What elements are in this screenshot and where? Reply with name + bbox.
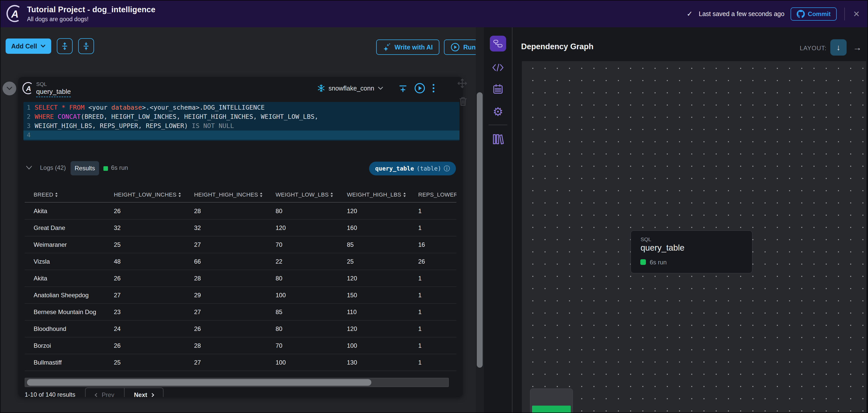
app-logo-icon[interactable]: A xyxy=(6,4,23,24)
code-line-2[interactable]: 2WHERE CONCAT(BREED, HEIGHT_LOW_INCHES, … xyxy=(24,112,460,121)
svg-text:A: A xyxy=(11,8,19,20)
column-header-reps_lower[interactable]: REPS_LOWER xyxy=(409,187,457,202)
tab-results[interactable]: Results xyxy=(70,161,99,175)
table-cell: 27 xyxy=(185,236,267,253)
notebook-scrollbar[interactable] xyxy=(476,27,484,413)
table-cell: 1 xyxy=(409,219,457,236)
github-icon xyxy=(797,10,805,18)
table-cell: 100 xyxy=(267,287,338,303)
write-with-ai-button[interactable]: Write with AI xyxy=(376,39,439,55)
tool-scheduled-runs[interactable] xyxy=(484,83,512,95)
column-header-weight_low_lbs[interactable]: WEIGHT_LOW_LBS xyxy=(267,187,338,202)
table-cell: 27 xyxy=(185,354,267,371)
table-cell: 70 xyxy=(267,236,338,253)
connection-selector[interactable]: snowflake_conn xyxy=(317,83,383,94)
cell-title[interactable]: query_table xyxy=(36,88,71,97)
connection-name: snowflake_conn xyxy=(329,85,374,92)
table-row[interactable]: Borzoi2628701001 xyxy=(25,337,457,354)
code-line-4[interactable]: 4 xyxy=(24,130,460,140)
table-row[interactable]: Weimaraner2527708516 xyxy=(25,236,457,253)
expand-all-cells-button[interactable] xyxy=(57,38,72,54)
graph-node-query-table[interactable]: SQL query_table 6s run xyxy=(631,231,752,273)
dependency-graph-panel: Dependency Graph LAYOUT: ↓ → SQL query_t… xyxy=(512,27,868,413)
table-row[interactable]: Vizsla4866222526 xyxy=(25,253,457,270)
move-cell-handle[interactable] xyxy=(457,78,468,90)
table-cell: 100 xyxy=(338,337,409,354)
info-icon[interactable]: ⓘ xyxy=(444,165,450,173)
tool-dependency-graph[interactable] xyxy=(490,36,506,52)
tool-settings[interactable]: ⚙ xyxy=(484,106,512,118)
scrollbar-thumb[interactable] xyxy=(477,92,483,367)
graph-minimap[interactable] xyxy=(530,388,573,413)
table-cell: 120 xyxy=(338,270,409,287)
prev-page-button[interactable]: Prev xyxy=(86,388,125,397)
calendar-icon xyxy=(492,83,503,95)
table-row[interactable]: Bullmastiff25271001301 xyxy=(25,354,457,371)
table-cell: 1 xyxy=(409,321,457,337)
project-title: Tutorial Project - dog_intelligence xyxy=(27,5,155,14)
table-cell: 26 xyxy=(105,270,185,287)
scrollbar-thumb[interactable] xyxy=(27,379,371,386)
commit-button[interactable]: Commit xyxy=(790,7,837,21)
column-header-breed[interactable]: BREED xyxy=(25,187,105,202)
table-cell: 120 xyxy=(338,203,409,219)
code-line-3[interactable]: 3WEIGHT_HIGH_LBS, REPS_UPPER, REPS_LOWER… xyxy=(24,121,460,130)
table-cell: 85 xyxy=(338,236,409,253)
next-page-button[interactable]: Next xyxy=(125,388,163,397)
kebab-menu-icon[interactable] xyxy=(432,83,435,93)
saved-check-icon: ✓ xyxy=(687,10,692,18)
cell-logo-icon: A xyxy=(22,82,34,96)
node-title: query_table xyxy=(641,243,684,253)
add-cell-button[interactable]: Add Cell xyxy=(6,38,51,54)
tool-code-view[interactable] xyxy=(484,62,512,73)
collapse-all-cells-button[interactable] xyxy=(78,38,94,54)
table-row[interactable]: Akita2628801201 xyxy=(25,203,457,219)
table-cell: Vizsla xyxy=(25,253,105,270)
results-collapse-chevron[interactable] xyxy=(26,166,33,171)
code-line-1[interactable]: 1SELECT * FROM <your database>.<your_sch… xyxy=(24,103,460,112)
table-cell: 23 xyxy=(105,304,185,320)
side-panel-rail: ⚙ xyxy=(484,27,512,413)
close-icon[interactable]: ✕ xyxy=(851,9,862,19)
table-row[interactable]: Anatolian Sheepdog27291001501 xyxy=(25,287,457,304)
output-variable-name: query_table xyxy=(375,165,414,172)
table-cell: 27 xyxy=(185,304,267,320)
layout-vertical-button[interactable]: ↓ xyxy=(830,39,847,56)
table-cell: 32 xyxy=(105,219,185,236)
run-cell-icon[interactable] xyxy=(414,83,425,94)
table-cell: 26 xyxy=(105,337,185,354)
tool-library[interactable] xyxy=(484,133,512,145)
notebook-toolbar-left: Add Cell xyxy=(6,38,94,54)
table-horizontal-scrollbar[interactable] xyxy=(25,378,449,387)
table-row[interactable]: Akita2628801201 xyxy=(25,270,457,287)
table-cell: 130 xyxy=(338,354,409,371)
table-cell: 100 xyxy=(267,354,338,371)
cell-collapse-button[interactable] xyxy=(3,82,16,95)
add-filter-icon[interactable] xyxy=(398,84,407,93)
table-cell: Anatolian Sheepdog xyxy=(25,287,105,303)
delete-cell-button[interactable] xyxy=(458,96,468,108)
line-number: 3 xyxy=(25,121,31,130)
table-row[interactable]: Bernese Mountain Dog2327851101 xyxy=(25,304,457,321)
table-cell: 80 xyxy=(267,203,338,219)
tab-logs[interactable]: Logs (42) xyxy=(40,164,66,171)
project-subtitle: All dogs are good dogs! xyxy=(27,16,155,23)
line-number: 4 xyxy=(25,130,31,140)
table-row[interactable]: Bloodhound2426801201 xyxy=(25,321,457,337)
column-header-height_high_inches[interactable]: HEIGHT_HIGH_INCHES xyxy=(185,187,267,202)
notebook-toolbar-right: Write with AI Run xyxy=(376,39,483,55)
output-variable-type: (table) xyxy=(416,165,441,172)
sql-code-editor[interactable]: 1SELECT * FROM <your database>.<your_sch… xyxy=(24,102,460,141)
output-variable-badge[interactable]: query_table (table) ⓘ xyxy=(369,161,456,175)
layout-horizontal-button[interactable]: → xyxy=(851,41,864,54)
table-cell: Bernese Mountain Dog xyxy=(25,304,105,320)
column-header-weight_high_lbs[interactable]: WEIGHT_HIGH_LBS xyxy=(338,187,409,202)
column-header-height_low_inches[interactable]: HEIGHT_LOW_INCHES xyxy=(105,187,185,202)
trash-icon xyxy=(458,96,468,107)
table-cell: 27 xyxy=(105,287,185,303)
table-cell: 26 xyxy=(409,253,457,270)
snowflake-icon xyxy=(317,84,325,92)
code-icon xyxy=(492,62,504,73)
table-row[interactable]: Great Dane32321201601 xyxy=(25,219,457,236)
graph-canvas[interactable]: SQL query_table 6s run xyxy=(522,61,866,413)
